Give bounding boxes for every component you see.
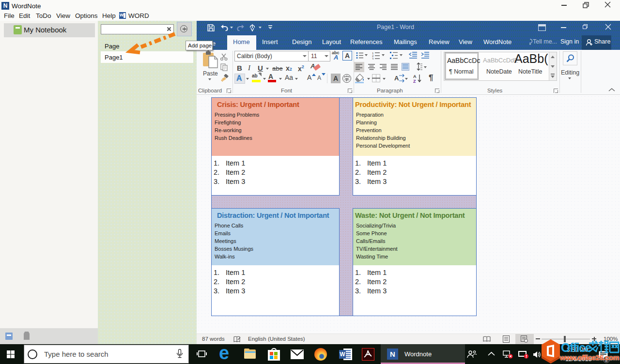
svg-text:A: A — [413, 74, 417, 79]
svg-text:3: 3 — [372, 58, 374, 60]
svg-text:Z: Z — [413, 79, 416, 83]
svg-text:A: A — [394, 75, 399, 82]
